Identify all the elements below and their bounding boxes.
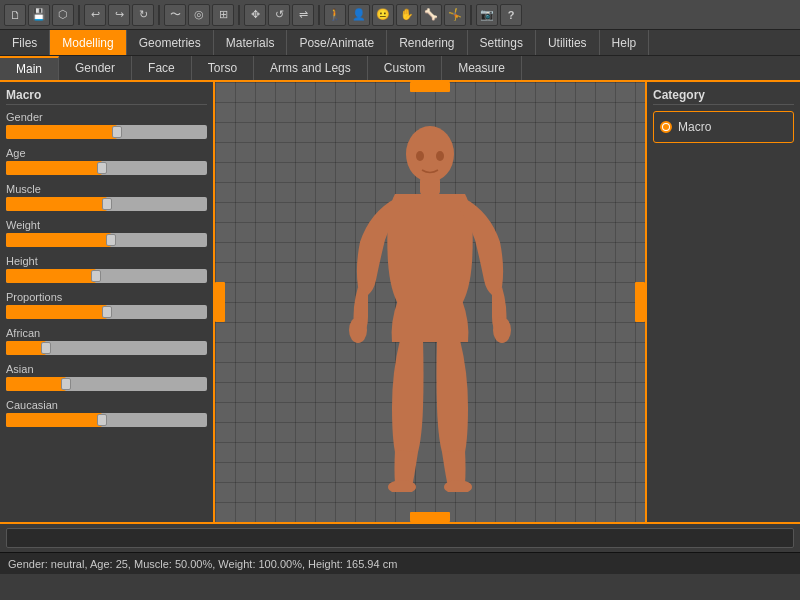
svg-rect-1 bbox=[420, 177, 440, 195]
slider-fill-8 bbox=[6, 413, 102, 427]
slider-track-7[interactable] bbox=[6, 377, 207, 391]
bottom-bar bbox=[0, 522, 800, 552]
face-icon[interactable]: 😐 bbox=[372, 4, 394, 26]
toolbar-sep-4 bbox=[318, 5, 320, 25]
slider-thumb-4[interactable] bbox=[91, 270, 101, 282]
sliders-container: GenderAgeMuscleWeightHeightProportionsAf… bbox=[6, 111, 207, 427]
move-icon[interactable]: ✥ bbox=[244, 4, 266, 26]
curve-icon[interactable]: 〜 bbox=[164, 4, 186, 26]
slider-label-3: Weight bbox=[6, 219, 207, 231]
slider-track-4[interactable] bbox=[6, 269, 207, 283]
slider-label-6: African bbox=[6, 327, 207, 339]
tabbar: Main Gender Face Torso Arms and Legs Cus… bbox=[0, 56, 800, 82]
head-icon[interactable]: 👤 bbox=[348, 4, 370, 26]
checker-icon[interactable]: ⊞ bbox=[212, 4, 234, 26]
left-panel: Macro GenderAgeMuscleWeightHeightProport… bbox=[0, 82, 215, 522]
tab-main[interactable]: Main bbox=[0, 56, 59, 80]
slider-track-5[interactable] bbox=[6, 305, 207, 319]
redo-icon[interactable]: ↪ bbox=[108, 4, 130, 26]
macro-radio[interactable] bbox=[660, 121, 672, 133]
slider-fill-1 bbox=[6, 161, 102, 175]
slider-track-3[interactable] bbox=[6, 233, 207, 247]
command-input[interactable] bbox=[6, 528, 794, 548]
menu-settings[interactable]: Settings bbox=[468, 30, 536, 55]
slider-track-8[interactable] bbox=[6, 413, 207, 427]
svg-point-0 bbox=[406, 126, 454, 182]
slider-label-0: Gender bbox=[6, 111, 207, 123]
tab-face[interactable]: Face bbox=[132, 56, 192, 80]
hands-icon[interactable]: ✋ bbox=[396, 4, 418, 26]
slider-group-proportions: Proportions bbox=[6, 291, 207, 319]
slider-fill-3 bbox=[6, 233, 111, 247]
tab-torso[interactable]: Torso bbox=[192, 56, 254, 80]
tab-measure[interactable]: Measure bbox=[442, 56, 522, 80]
slider-group-caucasian: Caucasian bbox=[6, 399, 207, 427]
figure-icon[interactable]: 🚶 bbox=[324, 4, 346, 26]
slider-track-0[interactable] bbox=[6, 125, 207, 139]
slider-thumb-0[interactable] bbox=[112, 126, 122, 138]
slider-label-2: Muscle bbox=[6, 183, 207, 195]
refresh-icon[interactable]: ↻ bbox=[132, 4, 154, 26]
tab-gender[interactable]: Gender bbox=[59, 56, 132, 80]
slider-label-7: Asian bbox=[6, 363, 207, 375]
figure-area bbox=[215, 82, 645, 522]
toolbar: 🗋 💾 ⬡ ↩ ↪ ↻ 〜 ◎ ⊞ ✥ ↺ ⇌ 🚶 👤 😐 ✋ 🦴 🤸 📷 ? bbox=[0, 0, 800, 30]
slider-group-african: African bbox=[6, 327, 207, 355]
toolbar-sep-2 bbox=[158, 5, 160, 25]
slider-fill-5 bbox=[6, 305, 107, 319]
slider-group-asian: Asian bbox=[6, 363, 207, 391]
menu-modelling[interactable]: Modelling bbox=[50, 30, 126, 55]
toolbar-sep-1 bbox=[78, 5, 80, 25]
menu-help[interactable]: Help bbox=[600, 30, 650, 55]
rotate-icon[interactable]: ↺ bbox=[268, 4, 290, 26]
help-icon[interactable]: ? bbox=[500, 4, 522, 26]
slider-fill-2 bbox=[6, 197, 107, 211]
slider-thumb-6[interactable] bbox=[41, 342, 51, 354]
svg-point-7 bbox=[436, 151, 444, 161]
menu-files[interactable]: Files bbox=[0, 30, 50, 55]
slider-fill-7 bbox=[6, 377, 66, 391]
skeleton-icon[interactable]: 🦴 bbox=[420, 4, 442, 26]
macro-label: Macro bbox=[678, 120, 711, 134]
globe-icon[interactable]: ◎ bbox=[188, 4, 210, 26]
mirror-icon[interactable]: ⇌ bbox=[292, 4, 314, 26]
viewport[interactable] bbox=[215, 82, 645, 522]
toolbar-sep-3 bbox=[238, 5, 240, 25]
new-icon[interactable]: 🗋 bbox=[4, 4, 26, 26]
category-macro-item[interactable]: Macro bbox=[660, 118, 787, 136]
slider-track-2[interactable] bbox=[6, 197, 207, 211]
slider-track-6[interactable] bbox=[6, 341, 207, 355]
undo-icon[interactable]: ↩ bbox=[84, 4, 106, 26]
right-panel: Category Macro bbox=[645, 82, 800, 522]
pose2-icon[interactable]: 🤸 bbox=[444, 4, 466, 26]
save-icon[interactable]: 💾 bbox=[28, 4, 50, 26]
slider-thumb-1[interactable] bbox=[97, 162, 107, 174]
slider-group-muscle: Muscle bbox=[6, 183, 207, 211]
slider-label-5: Proportions bbox=[6, 291, 207, 303]
slider-thumb-7[interactable] bbox=[61, 378, 71, 390]
menu-rendering[interactable]: Rendering bbox=[387, 30, 467, 55]
category-box: Macro bbox=[653, 111, 794, 143]
slider-thumb-2[interactable] bbox=[102, 198, 112, 210]
menu-materials[interactable]: Materials bbox=[214, 30, 288, 55]
menu-pose-animate[interactable]: Pose/Animate bbox=[287, 30, 387, 55]
macro-radio-inner bbox=[663, 124, 669, 130]
menu-utilities[interactable]: Utilities bbox=[536, 30, 600, 55]
plugin-icon[interactable]: ⬡ bbox=[52, 4, 74, 26]
slider-thumb-3[interactable] bbox=[106, 234, 116, 246]
camera-icon[interactable]: 📷 bbox=[476, 4, 498, 26]
slider-thumb-5[interactable] bbox=[102, 306, 112, 318]
slider-fill-0 bbox=[6, 125, 117, 139]
tab-custom[interactable]: Custom bbox=[368, 56, 442, 80]
slider-fill-4 bbox=[6, 269, 96, 283]
slider-label-8: Caucasian bbox=[6, 399, 207, 411]
tab-arms-legs[interactable]: Arms and Legs bbox=[254, 56, 368, 80]
slider-track-1[interactable] bbox=[6, 161, 207, 175]
slider-thumb-8[interactable] bbox=[97, 414, 107, 426]
macro-section-header: Macro bbox=[6, 88, 207, 105]
menubar: Files Modelling Geometries Materials Pos… bbox=[0, 30, 800, 56]
menu-geometries[interactable]: Geometries bbox=[127, 30, 214, 55]
slider-group-age: Age bbox=[6, 147, 207, 175]
human-figure bbox=[330, 112, 530, 492]
content-area: Macro GenderAgeMuscleWeightHeightProport… bbox=[0, 82, 800, 522]
